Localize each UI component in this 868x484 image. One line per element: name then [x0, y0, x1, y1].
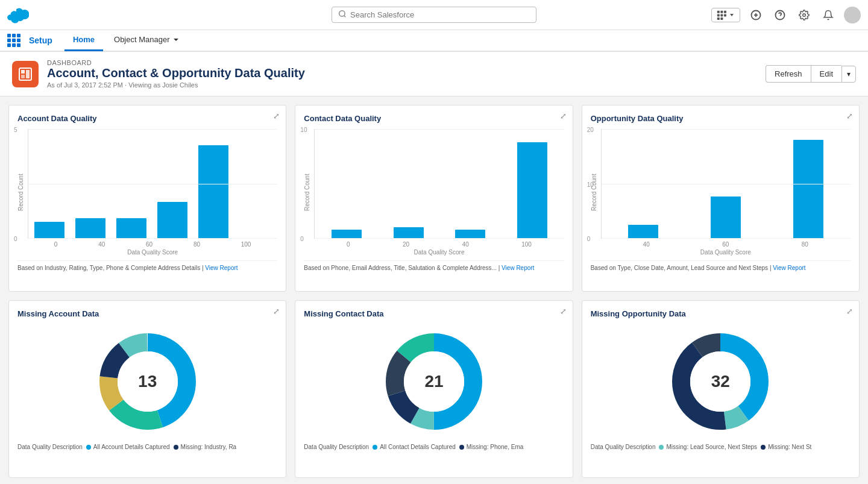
legend-missing-account: Missing: Industry, Ra — [181, 444, 237, 450]
missing-contact-expand[interactable]: ⤢ — [560, 307, 567, 316]
bar-0[interactable] — [34, 222, 64, 238]
opportunity-bar-chart: Record Count 20 10 0 40 60 80 — [591, 129, 851, 256]
dropdown-button[interactable]: ▾ — [841, 66, 856, 83]
account-y-axis: Record Count — [17, 129, 24, 256]
missing-opportunity-expand[interactable]: ⤢ — [846, 307, 853, 316]
dashboard-icon — [12, 61, 39, 87]
account-view-report[interactable]: View Report — [205, 265, 237, 271]
contact-bar-footer: Based on Phone, Email Address, Title, Sa… — [304, 260, 564, 271]
o-bar-40[interactable] — [628, 225, 658, 238]
opportunity-y-axis: Record Count — [591, 129, 597, 256]
c-bar-40[interactable] — [455, 230, 485, 238]
dashboard-header: DASHBOARD Account, Contact & Opportunity… — [0, 52, 868, 96]
legend-missing-opp-1: Missing: Lead Source, Next Steps — [666, 444, 757, 450]
svg-rect-5 — [717, 14, 720, 16]
dashboard-title: Account, Contact & Opportunity Data Qual… — [47, 66, 766, 80]
opportunity-bar-expand[interactable]: ⤢ — [846, 112, 853, 121]
svg-point-0 — [339, 11, 345, 16]
legend-missing-opp-2: Missing: Next St — [768, 444, 811, 450]
help-button[interactable] — [772, 7, 788, 24]
settings-button[interactable] — [796, 7, 813, 24]
svg-rect-8 — [717, 17, 720, 20]
edit-button[interactable]: Edit — [811, 65, 841, 83]
search-icon — [338, 10, 347, 20]
missing-contact-value: 21 — [424, 372, 443, 391]
bar-60[interactable] — [116, 218, 146, 238]
nav-right — [711, 7, 861, 24]
o-bar-80[interactable] — [793, 140, 823, 238]
svg-line-1 — [344, 16, 346, 17]
account-bar-expand[interactable]: ⤢ — [273, 112, 280, 121]
bar-100[interactable] — [198, 145, 228, 238]
opportunity-view-report[interactable]: View Report — [773, 265, 805, 271]
contact-x-labels: 0 20 40 100 — [314, 239, 564, 248]
missing-opportunity-donut: 32 — [591, 324, 851, 439]
notifications-button[interactable] — [820, 7, 837, 24]
contact-view-report[interactable]: View Report — [502, 265, 534, 271]
missing-contact-title: Missing Contact Data — [304, 309, 564, 318]
contact-bar-card: Contact Data Quality ⤢ Record Count 10 0… — [295, 105, 573, 292]
svg-rect-17 — [21, 70, 25, 74]
missing-account-card: Missing Account Data ⤢ 13 Data Quality D… — [8, 300, 286, 478]
dashboard-meta: DASHBOARD Account, Contact & Opportunity… — [47, 59, 766, 89]
svg-rect-7 — [724, 14, 726, 16]
dashboard-subtitle: As of Jul 3, 2017 2:52 PM · Viewing as J… — [47, 81, 766, 89]
opportunity-bar-footer: Based on Type, Close Date, Amount, Lead … — [591, 260, 851, 271]
opportunity-bar-card: Opportunity Data Quality ⤢ Record Count … — [582, 105, 860, 292]
missing-contact-legend-title: Data Quality Description — [304, 444, 369, 450]
opportunity-bar-area: 20 10 0 — [601, 129, 851, 239]
c-bar-20[interactable] — [394, 227, 424, 238]
search-input[interactable] — [350, 10, 530, 19]
bar-40[interactable] — [75, 218, 105, 238]
svg-rect-6 — [720, 14, 723, 16]
bar-80[interactable] — [157, 202, 187, 238]
refresh-button[interactable]: Refresh — [766, 65, 811, 83]
missing-opportunity-title: Missing Opportunity Data — [591, 309, 851, 318]
contact-x-title: Data Quality Score — [314, 249, 564, 256]
missing-account-expand[interactable]: ⤢ — [273, 307, 280, 316]
c-bar-0[interactable] — [332, 230, 362, 238]
svg-rect-9 — [720, 17, 723, 20]
legend-all-account: All Account Details Captured — [93, 444, 170, 450]
account-bar-footer: Based on Industry, Rating, Type, Phone &… — [17, 260, 277, 271]
secondary-nav: Setup Home Object Manager — [0, 30, 868, 52]
missing-account-legend: Data Quality Description All Account Det… — [17, 444, 277, 450]
missing-contact-donut: 21 — [304, 324, 564, 439]
missing-opportunity-value: 32 — [711, 372, 730, 391]
svg-rect-3 — [720, 10, 723, 13]
opportunity-bar-title: Opportunity Data Quality — [591, 114, 851, 123]
add-button[interactable] — [747, 7, 764, 24]
missing-account-donut: 13 — [17, 324, 277, 439]
svg-rect-18 — [21, 75, 25, 78]
grid-icon[interactable] — [7, 34, 20, 47]
svg-rect-2 — [717, 10, 720, 13]
contact-bars — [315, 129, 564, 238]
c-bar-100[interactable] — [517, 142, 547, 238]
missing-account-legend-title: Data Quality Description — [17, 444, 83, 450]
sf-logo[interactable] — [7, 3, 29, 27]
contact-y-axis: Record Count — [304, 129, 310, 256]
opportunity-x-labels: 40 60 80 — [601, 239, 851, 248]
account-x-labels: 0 40 60 80 100 — [28, 239, 277, 248]
missing-contact-card: Missing Contact Data ⤢ 21 Data Quality D… — [295, 300, 573, 478]
avatar[interactable] — [844, 7, 861, 24]
account-bar-area: 5 0 — [28, 129, 277, 239]
top-nav — [0, 0, 868, 30]
account-x-title: Data Quality Score — [28, 249, 277, 256]
legend-missing-contact: Missing: Phone, Ema — [467, 444, 524, 450]
contact-bar-chart: Record Count 10 0 0 20 40 100 — [304, 129, 564, 256]
missing-account-value: 13 — [138, 372, 157, 391]
contact-bar-expand[interactable]: ⤢ — [560, 112, 567, 121]
search-bar[interactable] — [332, 7, 536, 23]
setup-label[interactable]: Setup — [29, 36, 52, 45]
missing-account-title: Missing Account Data — [17, 309, 277, 318]
account-bar-card: Account Data Quality ⤢ Record Count 5 0 — [8, 105, 286, 292]
missing-opportunity-card: Missing Opportunity Data ⤢ 32 Data Quali… — [582, 300, 860, 478]
o-bar-60[interactable] — [711, 196, 741, 238]
app-switcher[interactable] — [711, 8, 740, 22]
missing-opportunity-legend: Data Quality Description Missing: Lead S… — [591, 444, 851, 450]
tab-object-manager[interactable]: Object Manager — [105, 30, 188, 51]
svg-rect-19 — [26, 70, 30, 78]
svg-rect-4 — [724, 10, 726, 13]
tab-home[interactable]: Home — [64, 30, 103, 51]
